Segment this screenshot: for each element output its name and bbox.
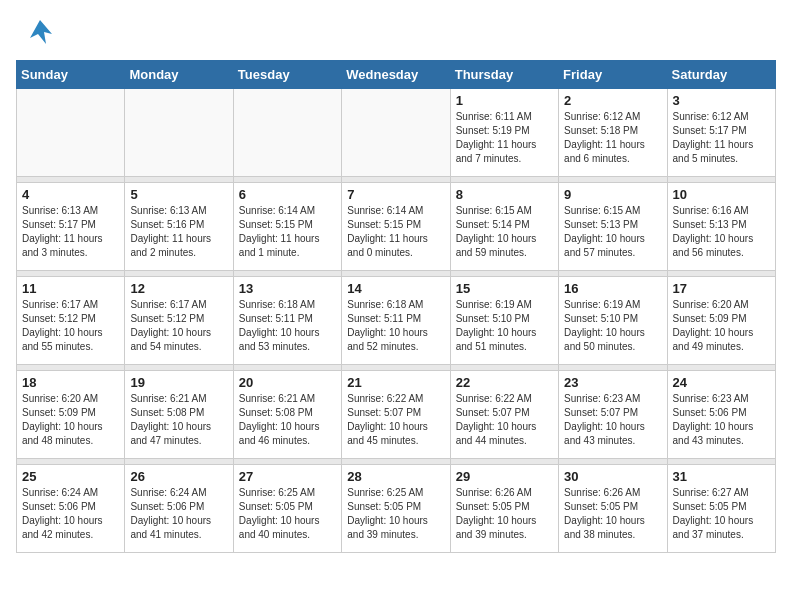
calendar-cell: 28Sunrise: 6:25 AM Sunset: 5:05 PM Dayli… [342, 465, 450, 553]
day-number: 2 [564, 93, 661, 108]
calendar-cell [233, 89, 341, 177]
day-number: 8 [456, 187, 553, 202]
day-info: Sunrise: 6:12 AM Sunset: 5:18 PM Dayligh… [564, 110, 661, 166]
day-info: Sunrise: 6:15 AM Sunset: 5:14 PM Dayligh… [456, 204, 553, 260]
day-info: Sunrise: 6:22 AM Sunset: 5:07 PM Dayligh… [456, 392, 553, 448]
calendar-cell: 14Sunrise: 6:18 AM Sunset: 5:11 PM Dayli… [342, 277, 450, 365]
day-number: 4 [22, 187, 119, 202]
weekday-header-monday: Monday [125, 61, 233, 89]
day-info: Sunrise: 6:25 AM Sunset: 5:05 PM Dayligh… [239, 486, 336, 542]
calendar-cell: 18Sunrise: 6:20 AM Sunset: 5:09 PM Dayli… [17, 371, 125, 459]
calendar-cell [125, 89, 233, 177]
day-number: 23 [564, 375, 661, 390]
day-number: 30 [564, 469, 661, 484]
calendar-cell: 2Sunrise: 6:12 AM Sunset: 5:18 PM Daylig… [559, 89, 667, 177]
day-number: 6 [239, 187, 336, 202]
day-info: Sunrise: 6:14 AM Sunset: 5:15 PM Dayligh… [239, 204, 336, 260]
day-info: Sunrise: 6:20 AM Sunset: 5:09 PM Dayligh… [22, 392, 119, 448]
calendar-cell: 10Sunrise: 6:16 AM Sunset: 5:13 PM Dayli… [667, 183, 775, 271]
logo [16, 16, 56, 52]
day-number: 26 [130, 469, 227, 484]
day-number: 17 [673, 281, 770, 296]
day-number: 12 [130, 281, 227, 296]
calendar-cell: 20Sunrise: 6:21 AM Sunset: 5:08 PM Dayli… [233, 371, 341, 459]
calendar-cell: 19Sunrise: 6:21 AM Sunset: 5:08 PM Dayli… [125, 371, 233, 459]
calendar-cell: 31Sunrise: 6:27 AM Sunset: 5:05 PM Dayli… [667, 465, 775, 553]
day-info: Sunrise: 6:18 AM Sunset: 5:11 PM Dayligh… [347, 298, 444, 354]
calendar-cell: 3Sunrise: 6:12 AM Sunset: 5:17 PM Daylig… [667, 89, 775, 177]
day-info: Sunrise: 6:27 AM Sunset: 5:05 PM Dayligh… [673, 486, 770, 542]
day-info: Sunrise: 6:17 AM Sunset: 5:12 PM Dayligh… [22, 298, 119, 354]
day-number: 13 [239, 281, 336, 296]
day-info: Sunrise: 6:19 AM Sunset: 5:10 PM Dayligh… [456, 298, 553, 354]
week-row-1: 1Sunrise: 6:11 AM Sunset: 5:19 PM Daylig… [17, 89, 776, 177]
day-number: 20 [239, 375, 336, 390]
calendar-cell: 21Sunrise: 6:22 AM Sunset: 5:07 PM Dayli… [342, 371, 450, 459]
calendar-cell: 8Sunrise: 6:15 AM Sunset: 5:14 PM Daylig… [450, 183, 558, 271]
day-number: 31 [673, 469, 770, 484]
calendar-cell: 11Sunrise: 6:17 AM Sunset: 5:12 PM Dayli… [17, 277, 125, 365]
calendar-cell: 27Sunrise: 6:25 AM Sunset: 5:05 PM Dayli… [233, 465, 341, 553]
day-info: Sunrise: 6:15 AM Sunset: 5:13 PM Dayligh… [564, 204, 661, 260]
day-number: 14 [347, 281, 444, 296]
day-number: 11 [22, 281, 119, 296]
weekday-header-friday: Friday [559, 61, 667, 89]
calendar-cell: 30Sunrise: 6:26 AM Sunset: 5:05 PM Dayli… [559, 465, 667, 553]
calendar-cell: 24Sunrise: 6:23 AM Sunset: 5:06 PM Dayli… [667, 371, 775, 459]
calendar-cell: 4Sunrise: 6:13 AM Sunset: 5:17 PM Daylig… [17, 183, 125, 271]
calendar-cell: 1Sunrise: 6:11 AM Sunset: 5:19 PM Daylig… [450, 89, 558, 177]
day-number: 15 [456, 281, 553, 296]
day-info: Sunrise: 6:17 AM Sunset: 5:12 PM Dayligh… [130, 298, 227, 354]
day-info: Sunrise: 6:16 AM Sunset: 5:13 PM Dayligh… [673, 204, 770, 260]
day-number: 16 [564, 281, 661, 296]
day-info: Sunrise: 6:23 AM Sunset: 5:06 PM Dayligh… [673, 392, 770, 448]
day-info: Sunrise: 6:26 AM Sunset: 5:05 PM Dayligh… [456, 486, 553, 542]
calendar-cell: 29Sunrise: 6:26 AM Sunset: 5:05 PM Dayli… [450, 465, 558, 553]
day-number: 3 [673, 93, 770, 108]
calendar-cell: 16Sunrise: 6:19 AM Sunset: 5:10 PM Dayli… [559, 277, 667, 365]
calendar-cell [342, 89, 450, 177]
day-info: Sunrise: 6:18 AM Sunset: 5:11 PM Dayligh… [239, 298, 336, 354]
day-info: Sunrise: 6:24 AM Sunset: 5:06 PM Dayligh… [22, 486, 119, 542]
calendar-cell: 12Sunrise: 6:17 AM Sunset: 5:12 PM Dayli… [125, 277, 233, 365]
day-info: Sunrise: 6:22 AM Sunset: 5:07 PM Dayligh… [347, 392, 444, 448]
svg-marker-0 [30, 20, 52, 44]
day-info: Sunrise: 6:13 AM Sunset: 5:16 PM Dayligh… [130, 204, 227, 260]
day-info: Sunrise: 6:26 AM Sunset: 5:05 PM Dayligh… [564, 486, 661, 542]
logo-bird-icon [24, 16, 56, 52]
page-header [16, 16, 776, 52]
weekday-header-thursday: Thursday [450, 61, 558, 89]
weekday-header-sunday: Sunday [17, 61, 125, 89]
week-row-2: 4Sunrise: 6:13 AM Sunset: 5:17 PM Daylig… [17, 183, 776, 271]
day-number: 18 [22, 375, 119, 390]
day-info: Sunrise: 6:11 AM Sunset: 5:19 PM Dayligh… [456, 110, 553, 166]
calendar-cell: 6Sunrise: 6:14 AM Sunset: 5:15 PM Daylig… [233, 183, 341, 271]
day-number: 19 [130, 375, 227, 390]
day-info: Sunrise: 6:12 AM Sunset: 5:17 PM Dayligh… [673, 110, 770, 166]
day-number: 27 [239, 469, 336, 484]
calendar-cell: 7Sunrise: 6:14 AM Sunset: 5:15 PM Daylig… [342, 183, 450, 271]
calendar-cell [17, 89, 125, 177]
day-info: Sunrise: 6:13 AM Sunset: 5:17 PM Dayligh… [22, 204, 119, 260]
calendar-table: SundayMondayTuesdayWednesdayThursdayFrid… [16, 60, 776, 553]
day-number: 29 [456, 469, 553, 484]
day-info: Sunrise: 6:23 AM Sunset: 5:07 PM Dayligh… [564, 392, 661, 448]
week-row-4: 18Sunrise: 6:20 AM Sunset: 5:09 PM Dayli… [17, 371, 776, 459]
day-info: Sunrise: 6:14 AM Sunset: 5:15 PM Dayligh… [347, 204, 444, 260]
day-info: Sunrise: 6:20 AM Sunset: 5:09 PM Dayligh… [673, 298, 770, 354]
week-row-3: 11Sunrise: 6:17 AM Sunset: 5:12 PM Dayli… [17, 277, 776, 365]
day-number: 10 [673, 187, 770, 202]
week-row-5: 25Sunrise: 6:24 AM Sunset: 5:06 PM Dayli… [17, 465, 776, 553]
day-info: Sunrise: 6:25 AM Sunset: 5:05 PM Dayligh… [347, 486, 444, 542]
day-info: Sunrise: 6:19 AM Sunset: 5:10 PM Dayligh… [564, 298, 661, 354]
weekday-header-tuesday: Tuesday [233, 61, 341, 89]
day-number: 22 [456, 375, 553, 390]
day-number: 5 [130, 187, 227, 202]
calendar-cell: 13Sunrise: 6:18 AM Sunset: 5:11 PM Dayli… [233, 277, 341, 365]
calendar-cell: 5Sunrise: 6:13 AM Sunset: 5:16 PM Daylig… [125, 183, 233, 271]
calendar-cell: 9Sunrise: 6:15 AM Sunset: 5:13 PM Daylig… [559, 183, 667, 271]
day-info: Sunrise: 6:21 AM Sunset: 5:08 PM Dayligh… [239, 392, 336, 448]
weekday-header-wednesday: Wednesday [342, 61, 450, 89]
weekday-header-row: SundayMondayTuesdayWednesdayThursdayFrid… [17, 61, 776, 89]
day-number: 1 [456, 93, 553, 108]
